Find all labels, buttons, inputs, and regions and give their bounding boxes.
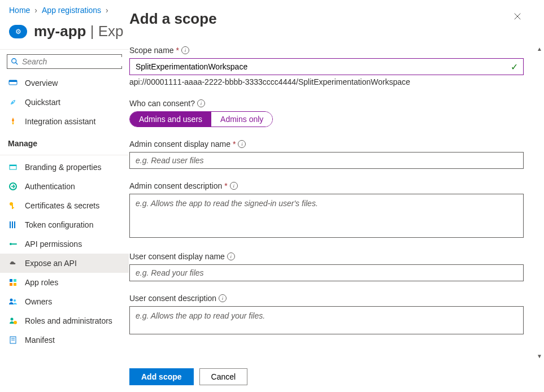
sidebar-item-label: Quickstart [25, 98, 60, 107]
svg-rect-13 [14, 221, 15, 228]
svg-rect-20 [14, 283, 16, 286]
svg-point-4 [13, 101, 14, 102]
admin-desc-label: Admin consent description [129, 181, 222, 190]
info-icon[interactable]: i [238, 140, 246, 148]
sidebar-item-certificates[interactable]: Certificates & secrets [0, 196, 129, 215]
consent-admins-users[interactable]: Admins and users [130, 112, 211, 127]
sidebar-item-overview[interactable]: Overview [0, 73, 129, 93]
sidebar-item-authentication[interactable]: Authentication [0, 177, 129, 196]
sidebar-item-label: Certificates & secrets [25, 201, 99, 210]
sidebar-item-integration[interactable]: Integration assistant [0, 112, 129, 131]
section-header-manage: Manage [0, 131, 129, 153]
user-desc-textarea[interactable] [129, 306, 524, 334]
quickstart-icon [8, 97, 18, 107]
grid-icon [8, 277, 18, 288]
sidebar-item-permissions[interactable]: API permissions [0, 234, 129, 254]
page-title-section: Exp [98, 23, 124, 40]
sidebar-item-label: API permissions [25, 239, 82, 249]
admin-desc-textarea[interactable] [129, 194, 524, 238]
user-desc-label: User consent description [129, 294, 216, 303]
svg-rect-19 [10, 283, 12, 286]
rocket-icon [8, 116, 18, 127]
authentication-icon [8, 181, 18, 191]
scope-name-label: Scope name [129, 46, 174, 55]
svg-point-22 [14, 299, 16, 302]
close-icon[interactable] [511, 10, 524, 25]
info-icon[interactable]: i [181, 46, 189, 54]
svg-point-14 [10, 243, 12, 245]
sidebar-item-owners[interactable]: Owners [0, 292, 129, 311]
svg-point-0 [12, 59, 16, 63]
scope-name-input[interactable] [129, 58, 524, 75]
svg-rect-6 [10, 165, 16, 166]
branding-icon [8, 162, 18, 172]
admin-display-input[interactable] [129, 152, 524, 169]
breadcrumb-home[interactable]: Home [9, 6, 30, 15]
sidebar: Overview Quickstart Integration assistan… [0, 49, 129, 350]
breadcrumb-app-registrations[interactable]: App registrations [42, 6, 101, 15]
sidebar-item-branding[interactable]: Branding & properties [0, 158, 129, 177]
page-title-sep: | [86, 23, 98, 40]
manifest-icon [8, 335, 18, 345]
svg-rect-18 [14, 279, 16, 282]
svg-line-1 [16, 63, 18, 65]
permissions-icon [8, 239, 18, 249]
sidebar-item-label: Token configuration [25, 220, 93, 229]
sidebar-item-label: App roles [25, 278, 58, 287]
sidebar-item-label: Owners [25, 297, 52, 306]
scope-uri-text: api://00001111-aaaa-2222-bbbb-3333cccc44… [129, 77, 524, 86]
svg-rect-17 [10, 279, 12, 282]
info-icon[interactable]: i [230, 182, 238, 190]
scroll-up-icon[interactable]: ▲ [535, 44, 544, 53]
admin-display-label: Admin consent display name [129, 140, 230, 149]
overview-icon [8, 78, 18, 88]
panel-title: Add a scope [129, 10, 217, 28]
svg-point-23 [11, 318, 14, 321]
consent-toggle: Admins and users Admins only [129, 111, 273, 127]
required-indicator: * [176, 46, 179, 55]
svg-rect-9 [12, 205, 13, 209]
svg-point-24 [14, 321, 17, 324]
key-icon [8, 201, 18, 211]
svg-rect-3 [9, 80, 17, 82]
sidebar-item-label: Roles and administrators [25, 316, 112, 325]
page-title: my-app | Exp [34, 23, 123, 40]
sidebar-item-label: Authentication [25, 182, 75, 191]
sidebar-item-label: Expose an API [25, 259, 77, 268]
token-icon [8, 220, 18, 230]
consent-admins-only[interactable]: Admins only [211, 112, 272, 127]
people-icon [8, 297, 18, 307]
search-input[interactable] [22, 57, 122, 66]
info-icon[interactable]: i [227, 252, 235, 260]
sidebar-item-label: Overview [25, 79, 58, 88]
sidebar-item-label: Branding & properties [25, 163, 101, 172]
breadcrumb-sep: › [106, 6, 108, 15]
user-display-input[interactable] [129, 264, 524, 281]
sidebar-item-quickstart[interactable]: Quickstart [0, 93, 129, 112]
cloud-icon [8, 258, 18, 268]
add-scope-button[interactable]: Add scope [129, 368, 194, 385]
svg-rect-11 [10, 221, 11, 228]
info-icon[interactable]: i [219, 294, 227, 302]
scroll-down-icon[interactable]: ▼ [535, 351, 544, 360]
info-icon[interactable]: i [197, 99, 205, 107]
sidebar-item-token[interactable]: Token configuration [0, 215, 129, 234]
sidebar-item-label: Integration assistant [25, 117, 95, 126]
breadcrumb-sep: › [34, 6, 37, 15]
cloud-app-icon [9, 25, 27, 38]
admin-icon [8, 316, 18, 326]
search-box[interactable] [7, 54, 122, 69]
app-name: my-app [34, 23, 86, 40]
sidebar-item-roles-admins[interactable]: Roles and administrators [0, 311, 129, 330]
cancel-button[interactable]: Cancel [199, 368, 248, 385]
check-icon: ✓ [511, 62, 518, 72]
sidebar-item-app-roles[interactable]: App roles [0, 273, 129, 292]
search-icon [11, 58, 19, 66]
required-indicator: * [224, 181, 227, 190]
svg-point-21 [10, 299, 13, 302]
sidebar-item-label: Manifest [25, 336, 55, 345]
sidebar-item-expose-api[interactable]: Expose an API [0, 254, 129, 273]
sidebar-item-manifest[interactable]: Manifest [0, 330, 129, 350]
add-scope-panel: Add a scope ▲ Scope name * i ✓ api://000… [129, 0, 544, 392]
divider [0, 155, 129, 155]
